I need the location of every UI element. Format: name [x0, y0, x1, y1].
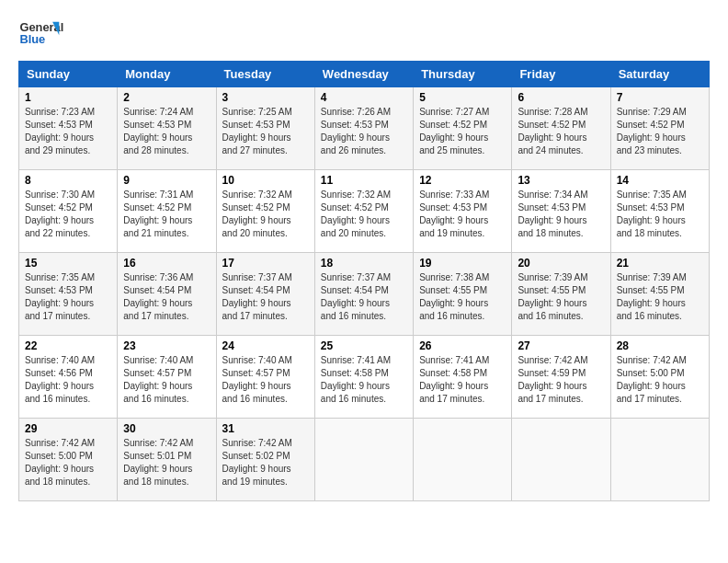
day-info: Sunrise: 7:33 AMSunset: 4:53 PMDaylight:… [419, 189, 506, 240]
day-number: 26 [419, 339, 506, 352]
day-info: Sunrise: 7:29 AMSunset: 4:52 PMDaylight:… [617, 106, 703, 157]
day-cell: 26Sunrise: 7:41 AMSunset: 4:58 PMDayligh… [414, 336, 512, 419]
day-number: 30 [123, 422, 210, 435]
calendar-header-row: SundayMondayTuesdayWednesdayThursdayFrid… [19, 62, 710, 87]
day-info: Sunrise: 7:41 AMSunset: 4:58 PMDaylight:… [321, 354, 407, 406]
day-cell: 11Sunrise: 7:32 AMSunset: 4:52 PMDayligh… [314, 170, 413, 253]
day-cell: 23Sunrise: 7:40 AMSunset: 4:57 PMDayligh… [118, 336, 216, 419]
col-header-wednesday: Wednesday [314, 62, 413, 87]
day-number: 19 [419, 257, 506, 270]
day-info: Sunrise: 7:35 AMSunset: 4:53 PMDaylight:… [617, 189, 703, 240]
day-cell: 21Sunrise: 7:39 AMSunset: 4:55 PMDayligh… [610, 253, 709, 336]
day-info: Sunrise: 7:27 AMSunset: 4:52 PMDaylight:… [419, 106, 506, 157]
day-number: 24 [222, 339, 309, 352]
day-number: 11 [321, 174, 407, 187]
day-cell: 24Sunrise: 7:40 AMSunset: 4:57 PMDayligh… [216, 336, 314, 419]
logo-svg: General Blue [18, 15, 64, 52]
day-cell: 9Sunrise: 7:31 AMSunset: 4:52 PMDaylight… [118, 170, 216, 253]
day-number: 14 [617, 174, 703, 187]
day-cell: 7Sunrise: 7:29 AMSunset: 4:52 PMDaylight… [610, 87, 709, 170]
day-cell [414, 419, 512, 501]
day-number: 29 [25, 422, 111, 435]
day-number: 28 [617, 339, 703, 352]
day-number: 7 [617, 91, 703, 104]
day-cell: 27Sunrise: 7:42 AMSunset: 4:59 PMDayligh… [512, 336, 610, 419]
day-info: Sunrise: 7:39 AMSunset: 4:55 PMDaylight:… [518, 271, 604, 323]
day-number: 5 [419, 91, 506, 104]
day-info: Sunrise: 7:42 AMSunset: 5:00 PMDaylight:… [617, 354, 703, 406]
day-number: 20 [518, 257, 604, 270]
day-info: Sunrise: 7:35 AMSunset: 4:53 PMDaylight:… [25, 271, 111, 323]
week-row-3: 15Sunrise: 7:35 AMSunset: 4:53 PMDayligh… [19, 253, 710, 336]
day-number: 23 [123, 339, 210, 352]
day-cell [610, 419, 709, 501]
day-number: 27 [518, 339, 604, 352]
day-info: Sunrise: 7:37 AMSunset: 4:54 PMDaylight:… [321, 271, 407, 323]
day-info: Sunrise: 7:42 AMSunset: 4:59 PMDaylight:… [518, 354, 604, 406]
week-row-5: 29Sunrise: 7:42 AMSunset: 5:00 PMDayligh… [19, 419, 710, 501]
day-cell: 17Sunrise: 7:37 AMSunset: 4:54 PMDayligh… [216, 253, 314, 336]
day-cell: 31Sunrise: 7:42 AMSunset: 5:02 PMDayligh… [216, 419, 314, 501]
day-cell: 13Sunrise: 7:34 AMSunset: 4:53 PMDayligh… [512, 170, 610, 253]
day-number: 3 [222, 91, 309, 104]
day-info: Sunrise: 7:32 AMSunset: 4:52 PMDaylight:… [222, 189, 309, 240]
day-info: Sunrise: 7:36 AMSunset: 4:54 PMDaylight:… [123, 271, 210, 323]
day-info: Sunrise: 7:40 AMSunset: 4:57 PMDaylight:… [123, 354, 210, 406]
day-info: Sunrise: 7:39 AMSunset: 4:55 PMDaylight:… [617, 271, 703, 323]
day-cell: 10Sunrise: 7:32 AMSunset: 4:52 PMDayligh… [216, 170, 314, 253]
day-info: Sunrise: 7:40 AMSunset: 4:56 PMDaylight:… [25, 354, 111, 406]
day-number: 6 [518, 91, 604, 104]
day-info: Sunrise: 7:42 AMSunset: 5:02 PMDaylight:… [222, 437, 309, 488]
day-number: 2 [123, 91, 210, 104]
day-cell: 15Sunrise: 7:35 AMSunset: 4:53 PMDayligh… [19, 253, 118, 336]
day-info: Sunrise: 7:42 AMSunset: 5:00 PMDaylight:… [25, 437, 111, 488]
day-info: Sunrise: 7:41 AMSunset: 4:58 PMDaylight:… [419, 354, 506, 406]
day-info: Sunrise: 7:37 AMSunset: 4:54 PMDaylight:… [222, 271, 309, 323]
week-row-2: 8Sunrise: 7:30 AMSunset: 4:52 PMDaylight… [19, 170, 710, 253]
day-cell: 16Sunrise: 7:36 AMSunset: 4:54 PMDayligh… [118, 253, 216, 336]
header: General Blue [18, 15, 710, 52]
day-cell: 19Sunrise: 7:38 AMSunset: 4:55 PMDayligh… [414, 253, 512, 336]
calendar: SundayMondayTuesdayWednesdayThursdayFrid… [18, 61, 710, 501]
col-header-thursday: Thursday [414, 62, 512, 87]
day-info: Sunrise: 7:31 AMSunset: 4:52 PMDaylight:… [123, 189, 210, 240]
col-header-tuesday: Tuesday [216, 62, 314, 87]
day-cell: 25Sunrise: 7:41 AMSunset: 4:58 PMDayligh… [314, 336, 413, 419]
day-number: 31 [222, 422, 309, 435]
day-info: Sunrise: 7:38 AMSunset: 4:55 PMDaylight:… [419, 271, 506, 323]
day-info: Sunrise: 7:24 AMSunset: 4:53 PMDaylight:… [123, 106, 210, 157]
day-cell: 4Sunrise: 7:26 AMSunset: 4:53 PMDaylight… [314, 87, 413, 170]
day-cell: 18Sunrise: 7:37 AMSunset: 4:54 PMDayligh… [314, 253, 413, 336]
day-cell: 8Sunrise: 7:30 AMSunset: 4:52 PMDaylight… [19, 170, 118, 253]
logo: General Blue [18, 15, 64, 52]
day-info: Sunrise: 7:26 AMSunset: 4:53 PMDaylight:… [321, 106, 407, 157]
day-number: 10 [222, 174, 309, 187]
day-cell: 20Sunrise: 7:39 AMSunset: 4:55 PMDayligh… [512, 253, 610, 336]
day-number: 16 [123, 257, 210, 270]
day-cell: 2Sunrise: 7:24 AMSunset: 4:53 PMDaylight… [118, 87, 216, 170]
day-cell: 14Sunrise: 7:35 AMSunset: 4:53 PMDayligh… [610, 170, 709, 253]
day-number: 18 [321, 257, 407, 270]
day-number: 17 [222, 257, 309, 270]
day-cell: 22Sunrise: 7:40 AMSunset: 4:56 PMDayligh… [19, 336, 118, 419]
day-info: Sunrise: 7:28 AMSunset: 4:52 PMDaylight:… [518, 106, 604, 157]
day-cell: 28Sunrise: 7:42 AMSunset: 5:00 PMDayligh… [610, 336, 709, 419]
day-info: Sunrise: 7:34 AMSunset: 4:53 PMDaylight:… [518, 189, 604, 240]
day-cell: 30Sunrise: 7:42 AMSunset: 5:01 PMDayligh… [118, 419, 216, 501]
day-number: 1 [25, 91, 111, 104]
col-header-saturday: Saturday [610, 62, 709, 87]
svg-text:Blue: Blue [19, 32, 45, 46]
day-number: 15 [25, 257, 111, 270]
col-header-friday: Friday [512, 62, 610, 87]
day-cell: 29Sunrise: 7:42 AMSunset: 5:00 PMDayligh… [19, 419, 118, 501]
day-cell: 3Sunrise: 7:25 AMSunset: 4:53 PMDaylight… [216, 87, 314, 170]
day-cell [314, 419, 413, 501]
day-number: 21 [617, 257, 703, 270]
day-number: 4 [321, 91, 407, 104]
day-cell: 12Sunrise: 7:33 AMSunset: 4:53 PMDayligh… [414, 170, 512, 253]
day-info: Sunrise: 7:23 AMSunset: 4:53 PMDaylight:… [25, 106, 111, 157]
day-info: Sunrise: 7:40 AMSunset: 4:57 PMDaylight:… [222, 354, 309, 406]
day-cell: 6Sunrise: 7:28 AMSunset: 4:52 PMDaylight… [512, 87, 610, 170]
day-number: 12 [419, 174, 506, 187]
week-row-4: 22Sunrise: 7:40 AMSunset: 4:56 PMDayligh… [19, 336, 710, 419]
